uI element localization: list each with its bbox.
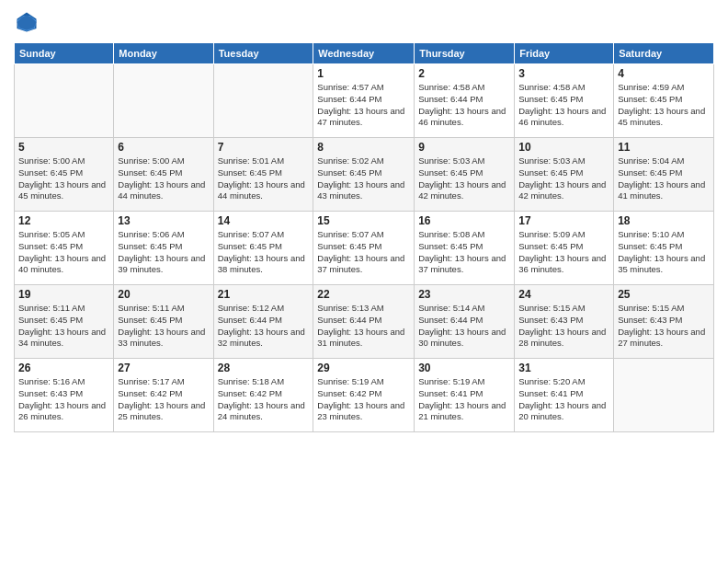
- calendar-cell: 9Sunrise: 5:03 AM Sunset: 6:45 PM Daylig…: [415, 138, 515, 212]
- calendar-weekday-thursday: Thursday: [415, 43, 515, 64]
- day-number: 11: [618, 141, 710, 154]
- calendar-cell: 28Sunrise: 5:18 AM Sunset: 6:42 PM Dayli…: [213, 359, 313, 432]
- calendar-cell: 29Sunrise: 5:19 AM Sunset: 6:42 PM Dayli…: [313, 359, 415, 432]
- day-info: Sunrise: 5:01 AM Sunset: 6:45 PM Dayligh…: [218, 155, 310, 202]
- day-number: 16: [418, 214, 510, 227]
- calendar-cell: 5Sunrise: 5:00 AM Sunset: 6:45 PM Daylig…: [15, 138, 114, 212]
- calendar-cell: 1Sunrise: 4:57 AM Sunset: 6:44 PM Daylig…: [313, 64, 415, 138]
- calendar-week-row: 19Sunrise: 5:11 AM Sunset: 6:45 PM Dayli…: [15, 285, 714, 359]
- day-number: 6: [118, 141, 209, 154]
- calendar-cell: 8Sunrise: 5:02 AM Sunset: 6:45 PM Daylig…: [313, 138, 415, 212]
- calendar-cell: 21Sunrise: 5:12 AM Sunset: 6:44 PM Dayli…: [213, 285, 313, 359]
- day-info: Sunrise: 4:58 AM Sunset: 6:45 PM Dayligh…: [518, 82, 609, 129]
- day-number: 26: [18, 362, 109, 374]
- day-info: Sunrise: 5:19 AM Sunset: 6:42 PM Dayligh…: [317, 376, 410, 423]
- day-info: Sunrise: 4:57 AM Sunset: 6:44 PM Dayligh…: [317, 82, 410, 129]
- calendar-weekday-friday: Friday: [515, 43, 614, 64]
- day-number: 27: [118, 362, 209, 374]
- day-info: Sunrise: 5:11 AM Sunset: 6:45 PM Dayligh…: [18, 303, 109, 350]
- day-info: Sunrise: 5:05 AM Sunset: 6:45 PM Dayligh…: [18, 229, 109, 276]
- calendar-cell: 3Sunrise: 4:58 AM Sunset: 6:45 PM Daylig…: [515, 64, 614, 138]
- day-number: 18: [618, 214, 710, 227]
- calendar-weekday-sunday: Sunday: [15, 43, 114, 64]
- day-info: Sunrise: 5:00 AM Sunset: 6:45 PM Dayligh…: [18, 155, 109, 202]
- day-info: Sunrise: 5:15 AM Sunset: 6:43 PM Dayligh…: [618, 303, 710, 350]
- day-info: Sunrise: 5:20 AM Sunset: 6:41 PM Dayligh…: [518, 376, 609, 423]
- day-info: Sunrise: 5:16 AM Sunset: 6:43 PM Dayligh…: [18, 376, 109, 423]
- day-info: Sunrise: 5:02 AM Sunset: 6:45 PM Dayligh…: [317, 155, 410, 202]
- day-info: Sunrise: 5:04 AM Sunset: 6:45 PM Dayligh…: [618, 155, 710, 202]
- day-number: 10: [518, 141, 609, 154]
- calendar-cell: 17Sunrise: 5:09 AM Sunset: 6:45 PM Dayli…: [515, 212, 614, 285]
- day-info: Sunrise: 5:10 AM Sunset: 6:45 PM Dayligh…: [618, 229, 710, 276]
- day-info: Sunrise: 5:18 AM Sunset: 6:42 PM Dayligh…: [218, 376, 310, 423]
- day-number: 20: [118, 288, 209, 301]
- day-number: 24: [518, 288, 609, 301]
- calendar-cell: 10Sunrise: 5:03 AM Sunset: 6:45 PM Dayli…: [515, 138, 614, 212]
- day-info: Sunrise: 5:06 AM Sunset: 6:45 PM Dayligh…: [118, 229, 209, 276]
- calendar-cell: 2Sunrise: 4:58 AM Sunset: 6:44 PM Daylig…: [415, 64, 515, 138]
- day-info: Sunrise: 5:17 AM Sunset: 6:42 PM Dayligh…: [118, 376, 209, 423]
- day-info: Sunrise: 5:11 AM Sunset: 6:45 PM Dayligh…: [118, 303, 209, 350]
- day-number: 23: [418, 288, 510, 301]
- header: [14, 9, 714, 35]
- day-number: 29: [317, 362, 410, 374]
- calendar-week-row: 26Sunrise: 5:16 AM Sunset: 6:43 PM Dayli…: [15, 359, 714, 432]
- calendar-cell: 18Sunrise: 5:10 AM Sunset: 6:45 PM Dayli…: [614, 212, 714, 285]
- day-number: 1: [317, 67, 410, 80]
- calendar-cell: 31Sunrise: 5:20 AM Sunset: 6:41 PM Dayli…: [515, 359, 614, 432]
- calendar-week-row: 12Sunrise: 5:05 AM Sunset: 6:45 PM Dayli…: [15, 212, 714, 285]
- calendar-cell: [15, 64, 114, 138]
- day-info: Sunrise: 5:09 AM Sunset: 6:45 PM Dayligh…: [518, 229, 609, 276]
- day-info: Sunrise: 5:03 AM Sunset: 6:45 PM Dayligh…: [518, 155, 609, 202]
- calendar-cell: 11Sunrise: 5:04 AM Sunset: 6:45 PM Dayli…: [614, 138, 714, 212]
- day-number: 30: [418, 362, 510, 374]
- calendar-cell: 22Sunrise: 5:13 AM Sunset: 6:44 PM Dayli…: [313, 285, 415, 359]
- calendar-cell: 20Sunrise: 5:11 AM Sunset: 6:45 PM Dayli…: [114, 285, 213, 359]
- logo: [14, 9, 43, 35]
- day-info: Sunrise: 5:07 AM Sunset: 6:45 PM Dayligh…: [218, 229, 310, 276]
- day-info: Sunrise: 5:13 AM Sunset: 6:44 PM Dayligh…: [317, 303, 410, 350]
- calendar-cell: 19Sunrise: 5:11 AM Sunset: 6:45 PM Dayli…: [15, 285, 114, 359]
- day-info: Sunrise: 5:14 AM Sunset: 6:44 PM Dayligh…: [418, 303, 510, 350]
- calendar-weekday-monday: Monday: [114, 43, 213, 64]
- calendar-cell: 6Sunrise: 5:00 AM Sunset: 6:45 PM Daylig…: [114, 138, 213, 212]
- page: SundayMondayTuesdayWednesdayThursdayFrid…: [0, 0, 728, 563]
- calendar-table: SundayMondayTuesdayWednesdayThursdayFrid…: [14, 42, 714, 432]
- calendar-cell: 13Sunrise: 5:06 AM Sunset: 6:45 PM Dayli…: [114, 212, 213, 285]
- calendar-cell: [114, 64, 213, 138]
- day-number: 2: [418, 67, 510, 80]
- calendar-cell: 27Sunrise: 5:17 AM Sunset: 6:42 PM Dayli…: [114, 359, 213, 432]
- calendar-cell: 15Sunrise: 5:07 AM Sunset: 6:45 PM Dayli…: [313, 212, 415, 285]
- day-info: Sunrise: 5:07 AM Sunset: 6:45 PM Dayligh…: [317, 229, 410, 276]
- day-info: Sunrise: 4:59 AM Sunset: 6:45 PM Dayligh…: [618, 82, 710, 129]
- day-number: 25: [618, 288, 710, 301]
- day-number: 12: [18, 214, 109, 227]
- calendar-cell: 12Sunrise: 5:05 AM Sunset: 6:45 PM Dayli…: [15, 212, 114, 285]
- calendar-cell: 26Sunrise: 5:16 AM Sunset: 6:43 PM Dayli…: [15, 359, 114, 432]
- calendar-cell: 24Sunrise: 5:15 AM Sunset: 6:43 PM Dayli…: [515, 285, 614, 359]
- calendar-header-row: SundayMondayTuesdayWednesdayThursdayFrid…: [15, 43, 714, 64]
- day-number: 21: [218, 288, 310, 301]
- day-number: 5: [18, 141, 109, 154]
- day-number: 22: [317, 288, 410, 301]
- calendar-cell: 25Sunrise: 5:15 AM Sunset: 6:43 PM Dayli…: [614, 285, 714, 359]
- calendar-week-row: 5Sunrise: 5:00 AM Sunset: 6:45 PM Daylig…: [15, 138, 714, 212]
- day-info: Sunrise: 4:58 AM Sunset: 6:44 PM Dayligh…: [418, 82, 510, 129]
- day-number: 7: [218, 141, 310, 154]
- calendar-cell: 16Sunrise: 5:08 AM Sunset: 6:45 PM Dayli…: [415, 212, 515, 285]
- calendar-weekday-tuesday: Tuesday: [213, 43, 313, 64]
- day-number: 14: [218, 214, 310, 227]
- day-number: 17: [518, 214, 609, 227]
- calendar-weekday-saturday: Saturday: [614, 43, 714, 64]
- calendar-cell: [213, 64, 313, 138]
- day-info: Sunrise: 5:19 AM Sunset: 6:41 PM Dayligh…: [418, 376, 510, 423]
- day-info: Sunrise: 5:00 AM Sunset: 6:45 PM Dayligh…: [118, 155, 209, 202]
- calendar-cell: 4Sunrise: 4:59 AM Sunset: 6:45 PM Daylig…: [614, 64, 714, 138]
- day-number: 8: [317, 141, 410, 154]
- calendar-cell: [614, 359, 714, 432]
- day-info: Sunrise: 5:08 AM Sunset: 6:45 PM Dayligh…: [418, 229, 510, 276]
- calendar-cell: 7Sunrise: 5:01 AM Sunset: 6:45 PM Daylig…: [213, 138, 313, 212]
- day-number: 19: [18, 288, 109, 301]
- day-number: 15: [317, 214, 410, 227]
